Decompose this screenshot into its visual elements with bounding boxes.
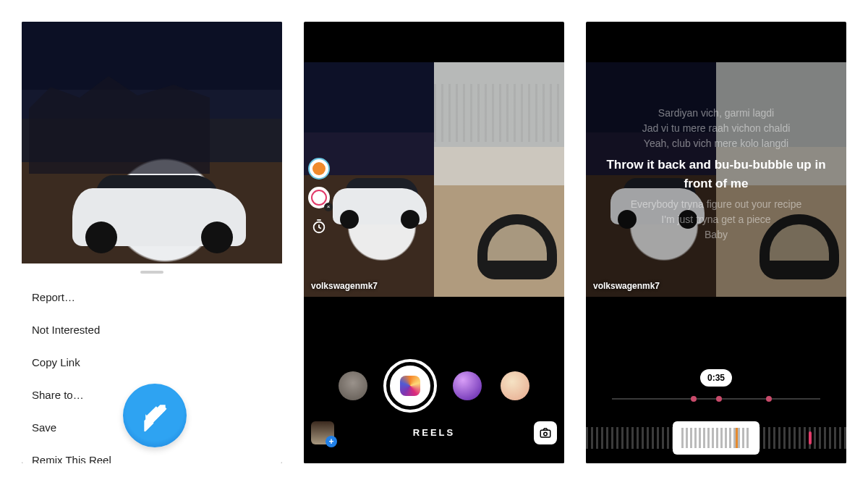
switch-camera-button[interactable] (534, 421, 557, 444)
download-arrow-icon (123, 384, 187, 447)
lyric-line: Jad vi tu mere raah vichon chaldi (600, 121, 832, 136)
add-icon: + (326, 436, 337, 447)
screenshot-remix-camera: × volkswagenmk7 REELS + (304, 22, 564, 463)
lyric-line-current: Throw it back and bu-bu-bubble up in fro… (600, 156, 832, 193)
waveform-marker-icon (809, 431, 812, 444)
gallery-picker-button[interactable]: + (311, 421, 334, 444)
original-author-tag[interactable]: volkswagenmk7 (593, 281, 660, 291)
effect-thumb-3[interactable] (501, 371, 529, 400)
option-not-interested[interactable]: Not Interested (22, 313, 282, 346)
option-report[interactable]: Report… (22, 281, 282, 313)
sheet-drag-handle[interactable] (140, 271, 163, 274)
remix-user-camera (434, 62, 564, 297)
lyric-line: Yeah, club vich mere kolo langdi (600, 136, 832, 151)
original-author-tag[interactable]: volkswagenmk7 (311, 281, 378, 291)
lyric-line: Everybody tryna figure out your recipe (600, 197, 832, 212)
lyric-line: Baby (600, 227, 832, 242)
audio-track-bar[interactable] (612, 398, 820, 400)
lyric-line: Sardiyan vich, garmi lagdi (600, 106, 832, 121)
lyric-line: I'm just tryna get a piece (600, 212, 832, 227)
waveform-selection[interactable] (673, 421, 760, 455)
reels-icon (400, 376, 420, 396)
camera-tools: × (308, 158, 330, 237)
screenshot-audio-align: Sardiyan vich, garmi lagdi Jad vi tu mer… (586, 22, 846, 463)
audio-timestamp-pill: 0:35 (700, 369, 732, 387)
effect-thumb-1[interactable] (339, 371, 367, 400)
svg-rect-1 (540, 430, 550, 437)
record-shutter-button[interactable] (386, 362, 434, 410)
effect-thumb-2[interactable] (453, 371, 482, 400)
timer-tool-icon[interactable] (308, 216, 330, 237)
option-copy-link[interactable]: Copy Link (22, 346, 282, 379)
lyrics-overlay: Sardiyan vich, garmi lagdi Jad vi tu mer… (586, 106, 846, 242)
audio-tool-icon[interactable] (308, 158, 330, 180)
capture-mode-row (304, 362, 564, 410)
audio-waveform-scrubber[interactable] (586, 420, 846, 456)
screenshot-reel-options: Report… Not Interested Copy Link Share t… (22, 22, 282, 463)
remix-split-preview (304, 62, 564, 297)
mode-label-reels: REELS (304, 427, 564, 438)
reel-video-frame (22, 22, 282, 263)
effects-tool-icon[interactable]: × (308, 187, 330, 208)
